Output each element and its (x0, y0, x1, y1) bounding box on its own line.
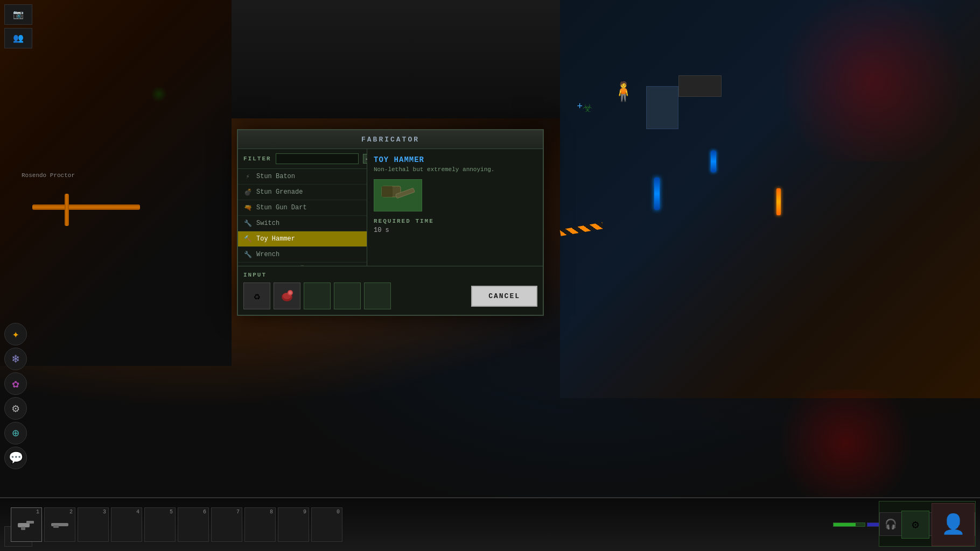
list-item-toy-hammer[interactable]: 🔨 Toy Hammer (238, 231, 367, 247)
stun-gun-dart-icon: 🔫 (243, 203, 252, 212)
selected-item-title: TOY HAMMER (374, 156, 536, 164)
gear-slot-1[interactable]: 🎧 (879, 512, 902, 536)
biohazard-icon: ☣ (583, 97, 592, 117)
hud-slot-4[interactable]: 4 (111, 507, 142, 542)
filter-row: FILTER ✏ × (238, 149, 367, 169)
indicator-bar-1 (654, 178, 660, 210)
modal-body: FILTER ✏ × ⚡ Stun Baton 💣 Stun Grenade (238, 149, 543, 266)
input-label: INPUT (243, 272, 537, 278)
camera-button[interactable]: 📷 (4, 4, 32, 25)
list-item-switch[interactable]: 🔧 Switch (238, 216, 367, 231)
hud-slot-7[interactable]: 7 (211, 507, 242, 542)
stun-grenade-icon: 💣 (243, 188, 252, 196)
list-item-stun-gun-dart[interactable]: 🔫 Stun Gun Dart (238, 200, 367, 216)
input-slot-1[interactable]: ♻ (243, 282, 270, 309)
crosshair-indicator: + (577, 101, 583, 112)
filter-input[interactable] (276, 153, 359, 164)
list-item-stun-baton[interactable]: ⚡ Stun Baton (238, 169, 367, 185)
modal-title: FABRICATOR (361, 136, 419, 144)
green-glow (151, 86, 167, 102)
svg-point-6 (289, 291, 292, 294)
input-slots-row: ♻ CANCEL (243, 282, 537, 309)
camera-icon: 📷 (13, 9, 24, 20)
hammer-preview-svg (379, 183, 417, 208)
skill-icon-4[interactable]: ⚙ (4, 397, 27, 420)
hud-slot-6[interactable]: 6 (178, 507, 209, 542)
skill-icon-1[interactable]: ✦ (4, 323, 27, 345)
svg-rect-9 (21, 527, 25, 530)
indicator-bar-3 (776, 188, 781, 215)
scroll-down-indicator: ▼ (238, 263, 367, 266)
input-section: INPUT ♻ CANCEL (238, 266, 543, 315)
list-item-wrench[interactable]: 🔧 Wrench (238, 247, 367, 263)
hud-slot-0[interactable]: 0 (311, 507, 342, 542)
input-slot-1-icon: ♻ (254, 289, 260, 303)
svg-rect-1 (382, 186, 393, 197)
crew-button[interactable]: 👥 (4, 28, 32, 48)
health-fill (834, 523, 856, 526)
input-slot-4[interactable] (334, 282, 361, 309)
meat-icon (278, 287, 296, 305)
switch-icon: 🔧 (243, 219, 252, 228)
health-bar (833, 522, 865, 527)
input-slot-5[interactable] (364, 282, 391, 309)
stun-gun-dart-label: Stun Gun Dart (256, 204, 307, 211)
hud-slot-9[interactable]: 9 (278, 507, 309, 542)
hud-slot-1[interactable]: 1 (11, 507, 42, 542)
stun-baton-label: Stun Baton (256, 173, 295, 180)
right-hud: 🎧 😷 🎧 🔒 ⚙ 👤 (833, 503, 975, 546)
hud-slot-1-num: 1 (36, 509, 39, 515)
input-slot-3[interactable] (304, 282, 331, 309)
cancel-button[interactable]: CANCEL (471, 286, 537, 307)
modal-title-bar: FABRICATOR (238, 130, 543, 149)
item-preview (374, 179, 422, 211)
detail-panel: TOY HAMMER Non-lethal but extremely anno… (367, 149, 543, 266)
fabricator-modal: FABRICATOR FILTER ✏ × ⚡ Stun Baton (237, 129, 544, 316)
svg-rect-11 (53, 525, 59, 528)
stun-grenade-label: Stun Grenade (256, 188, 303, 196)
avatar-icon: 👤 (941, 513, 965, 536)
red-glow-1 (765, 0, 980, 161)
pistol-icon (17, 519, 36, 530)
hud-slot-8[interactable]: 8 (244, 507, 276, 542)
req-time-label: REQUIRED TIME (374, 218, 536, 224)
settings-gear-icon: ⚙ (912, 518, 919, 532)
list-panel: FILTER ✏ × ⚡ Stun Baton 💣 Stun Grenade (238, 149, 367, 266)
avatar-portrait: 👤 (932, 503, 975, 546)
req-time-value: 10 s (374, 227, 536, 234)
shotgun-icon (50, 520, 69, 529)
bg-top-center (232, 0, 582, 118)
crew-icon: 👥 (13, 33, 24, 44)
settings-button[interactable]: ⚙ (901, 511, 929, 539)
selected-item-desc: Non-lethal but extremely annoying. (374, 166, 536, 173)
skill-icon-5[interactable]: ⊕ (4, 422, 27, 444)
item-list: ⚡ Stun Baton 💣 Stun Grenade 🔫 Stun Gun D… (238, 169, 367, 266)
hud-slot-5[interactable]: 5 (144, 507, 176, 542)
svg-rect-8 (26, 521, 34, 524)
character-sprite: 🧍 (612, 81, 635, 104)
world-locker-1 (646, 86, 678, 129)
player-name: Rosendo Proctor (22, 172, 75, 179)
filter-label: FILTER (243, 156, 271, 162)
toy-hammer-icon: 🔨 (243, 235, 252, 243)
switch-label: Switch (256, 220, 279, 227)
red-glow-2 (765, 390, 926, 497)
left-sidebar: 📷 👥 (4, 4, 32, 48)
indicator-bar-2 (711, 151, 716, 172)
pipe-vertical-1 (65, 194, 69, 226)
hud-slot-2-num: 2 (69, 509, 73, 515)
input-slot-2[interactable] (274, 282, 300, 309)
bg-left (0, 0, 232, 366)
skill-icon-2[interactable]: ❄ (4, 348, 27, 370)
hud-slot-3[interactable]: 3 (78, 507, 109, 542)
wrench-icon: 🔧 (243, 250, 252, 259)
svg-rect-7 (18, 523, 30, 527)
world-vent-1 (678, 75, 722, 97)
wrench-label: Wrench (256, 251, 279, 258)
skill-sidebar: ✦ ❄ ✿ ⚙ ⊕ 💬 (4, 323, 27, 469)
skill-icon-3[interactable]: ✿ (4, 372, 27, 395)
list-item-stun-grenade[interactable]: 💣 Stun Grenade (238, 185, 367, 200)
skill-icon-6[interactable]: 💬 (4, 447, 27, 469)
pipe-horizontal-1 (32, 204, 140, 210)
hud-slot-2[interactable]: 2 (44, 507, 75, 542)
